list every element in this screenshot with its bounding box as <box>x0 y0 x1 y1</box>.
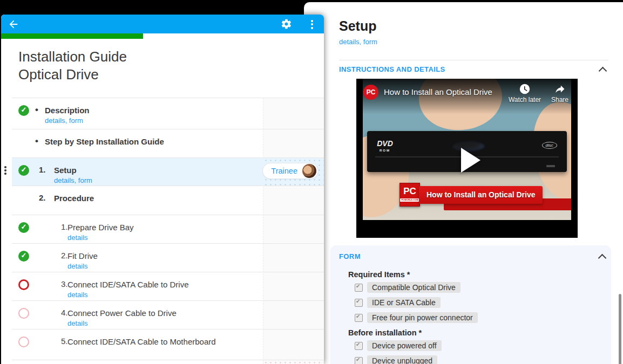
step-cell: Connect Power Cable to Drive details <box>67 308 177 327</box>
checkbox-checked-icon[interactable] <box>355 314 363 322</box>
step-links[interactable]: details, form <box>45 116 90 125</box>
step-status-icon[interactable] <box>18 279 29 290</box>
step-label: Connect IDE/SATA Cable to Motherboard <box>67 336 216 347</box>
assignee-chip[interactable]: Trainee <box>262 163 319 179</box>
checkbox-checked-icon[interactable] <box>355 299 363 307</box>
detail-panel: Setup details, form INSTRUCTIONS AND DET… <box>304 2 623 364</box>
step-row[interactable]: • Step by Step Installation Guide <box>12 129 324 158</box>
banner-pc-logo: PCPCWORLD.COM <box>399 183 420 207</box>
video-title[interactable]: How to Install an Optical Drive <box>384 87 492 97</box>
step-cell: Description details, form <box>45 105 90 125</box>
step-status-icon[interactable] <box>18 251 29 262</box>
step-status-icon[interactable] <box>18 105 29 116</box>
step-row[interactable]: • Description details, form <box>12 98 324 129</box>
checkbox-checked-icon[interactable] <box>355 357 363 364</box>
assignee-name: Trainee <box>271 167 297 175</box>
drag-handle-icon[interactable] <box>4 166 6 175</box>
checkbox-option[interactable]: Device powered off <box>355 340 606 351</box>
form-section-header[interactable]: FORM <box>339 252 361 260</box>
step-label: Setup <box>54 165 92 175</box>
assignee-cell-dots <box>263 360 324 364</box>
progress-bar-fill <box>1 33 143 39</box>
form-group: Before installation * Device powered off… <box>348 328 606 364</box>
step-row[interactable]: 1. Setup details, form Trainee <box>12 158 324 186</box>
step-links[interactable]: details <box>67 262 98 270</box>
step-marker: 4. <box>61 308 68 317</box>
form-group-label: Before installation * <box>348 328 606 337</box>
detail-title: Setup <box>339 18 376 34</box>
step-marker: 2. <box>61 251 68 260</box>
step-label: Connect Power Cable to Drive <box>67 308 177 318</box>
channel-avatar[interactable]: PC <box>363 85 378 100</box>
step-label: Step by Step Installation Guide <box>45 136 164 147</box>
form-options: Device powered off Device unplugged <box>348 340 606 364</box>
chevron-up-icon[interactable] <box>598 254 607 263</box>
checkbox-label: Device powered off <box>367 340 442 351</box>
checkbox-option[interactable]: Free four pin power connector <box>355 312 606 323</box>
back-arrow-icon[interactable] <box>8 18 19 30</box>
step-links[interactable]: details <box>67 319 177 327</box>
step-cell: Prepare Drive Bay details <box>67 222 134 242</box>
step-links[interactable]: details <box>67 291 189 299</box>
play-icon[interactable] <box>461 148 480 173</box>
chevron-up-icon[interactable] <box>599 67 607 75</box>
eject-button-image <box>546 165 555 167</box>
step-row[interactable]: 2. Procedure <box>12 186 324 215</box>
step-marker: • <box>35 136 38 146</box>
progress-bar <box>1 33 324 39</box>
step-list: • Description details, form • Step by St… <box>12 98 324 364</box>
step-row[interactable]: 1. Prepare Drive Bay details <box>12 215 324 244</box>
step-row[interactable]: 3. Connect IDE/SATA Cable to Drive detai… <box>12 272 324 301</box>
step-links[interactable]: details, form <box>54 176 92 184</box>
step-cell: Step by Step Installation Guide <box>45 136 164 147</box>
step-row[interactable]: 2. Fit Drive details <box>12 244 324 272</box>
checkbox-option[interactable]: Device unplugged <box>355 355 606 364</box>
step-status-icon[interactable] <box>18 165 29 176</box>
step-label: Connect IDE/SATA Cable to Drive <box>67 279 189 290</box>
step-cell: Connect IDE/SATA Cable to Drive details <box>67 279 189 299</box>
form-group: Required Items * Compatible Optical Driv… <box>348 270 606 323</box>
form-section: FORM Required Items * Compatible Optical… <box>330 245 611 364</box>
form-options: Compatible Optical Drive IDE or SATA Cab… <box>348 282 606 323</box>
gear-icon[interactable] <box>281 18 292 30</box>
step-row[interactable]: 5. Connect IDE/SATA Cable to Motherboard <box>12 329 324 360</box>
watch-later-label[interactable]: Watch later <box>503 96 546 104</box>
instructions-section-header[interactable]: INSTRUCTIONS AND DETAILS <box>339 65 445 73</box>
guide-panel: Installation Guide Optical Drive • Descr… <box>1 15 324 364</box>
step-marker: 2. <box>39 193 46 202</box>
step-status-icon[interactable] <box>18 336 29 347</box>
kebab-menu-icon[interactable] <box>308 18 316 30</box>
step-status-icon[interactable] <box>18 222 29 233</box>
checkbox-label: Free four pin power connector <box>367 312 478 323</box>
step-cell: Fit Drive details <box>67 251 98 270</box>
step-label: Prepare Drive Bay <box>67 222 134 232</box>
checkbox-label: Compatible Optical Drive <box>367 282 461 293</box>
checkbox-checked-icon[interactable] <box>355 342 363 350</box>
step-row[interactable]: 4. Connect Power Cable to Drive details <box>12 301 324 329</box>
lower-third-banner: How to Install an Optical Drive <box>419 186 543 204</box>
watch-later-icon[interactable] <box>519 83 531 95</box>
form-group-label: Required Items * <box>348 270 606 279</box>
guide-title-line2: Optical Drive <box>18 66 324 84</box>
share-label[interactable]: Share <box>546 96 573 104</box>
detail-links[interactable]: details, form <box>339 38 377 46</box>
step-marker: • <box>35 105 38 115</box>
vertical-scrollbar[interactable] <box>619 294 621 364</box>
assignee-avatar <box>302 164 316 178</box>
checkbox-checked-icon[interactable] <box>355 284 363 292</box>
share-icon[interactable] <box>554 83 566 95</box>
divider <box>339 60 608 60</box>
step-marker: 3. <box>61 279 68 289</box>
step-label: Fit Drive <box>67 251 98 261</box>
video-player[interactable]: DVDROM disc PCPCWORLD.COM How to Install… <box>356 79 578 238</box>
step-row[interactable]: 6. Test if the drive is functioning <box>12 360 324 364</box>
step-label: Description <box>45 105 90 115</box>
desktop: { "left_panel": { "header": { "back_icon… <box>0 0 623 364</box>
step-status-icon[interactable] <box>18 308 29 319</box>
step-marker: 1. <box>61 222 68 231</box>
checkbox-option[interactable]: IDE or SATA Cable <box>355 297 606 308</box>
step-links[interactable]: details <box>67 233 134 242</box>
checkbox-option[interactable]: Compatible Optical Drive <box>355 282 606 293</box>
guide-title: Installation Guide Optical Drive <box>18 48 324 84</box>
guide-title-line1: Installation Guide <box>18 48 324 66</box>
